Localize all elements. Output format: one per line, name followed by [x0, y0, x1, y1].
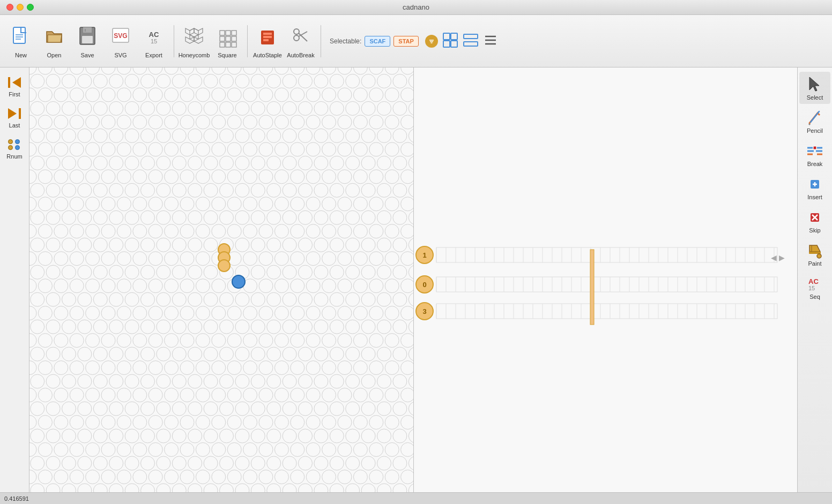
break-tool[interactable]: Break — [799, 138, 830, 170]
maximize-button[interactable] — [27, 4, 34, 11]
svg-point-954 — [93, 484, 107, 492]
svg-point-157 — [322, 88, 336, 102]
new-label: New — [15, 52, 27, 58]
svg-point-309 — [70, 170, 84, 184]
export-button[interactable]: AC 15 Export — [138, 20, 169, 63]
svg-point-750 — [408, 374, 413, 388]
close-button[interactable] — [6, 4, 13, 11]
seq-tool[interactable]: AC 15 Seq — [799, 271, 830, 303]
stap-button[interactable]: STAP — [393, 36, 419, 47]
svg-point-448 — [62, 238, 76, 252]
svg-point-287 — [172, 156, 186, 170]
svg-point-802 — [346, 402, 360, 416]
svg-point-629 — [267, 320, 281, 334]
select-tool[interactable]: Select — [799, 72, 830, 104]
svg-point-261 — [196, 142, 210, 156]
minimize-button[interactable] — [17, 4, 24, 11]
svg-point-757 — [70, 388, 84, 402]
save-button[interactable]: Save — [72, 20, 103, 63]
svg-point-460 — [251, 238, 265, 252]
insert-tool[interactable]: Insert — [799, 171, 830, 204]
svg-point-105 — [385, 67, 399, 74]
paint-tool[interactable]: Paint — [799, 238, 830, 270]
svg-point-958 — [157, 484, 170, 492]
last-button[interactable]: Last — [4, 103, 25, 131]
honeycomb-canvas[interactable] — [29, 67, 414, 492]
last-label: Last — [9, 122, 20, 129]
new-button[interactable]: New — [5, 20, 36, 63]
svg-point-188 — [377, 101, 391, 115]
svg-point-379 — [291, 197, 304, 211]
svg-point-419 — [38, 224, 52, 238]
svg-point-112 — [62, 74, 76, 88]
scaf-button[interactable]: SCAF — [365, 36, 390, 47]
svg-point-815 — [101, 415, 115, 429]
pencil-tool[interactable]: Pencil — [799, 105, 830, 137]
svg-point-683 — [235, 347, 249, 361]
svg-point-461 — [267, 238, 281, 252]
svg-point-434 — [274, 224, 288, 238]
svg-point-456 — [188, 238, 202, 252]
svg-point-374 — [212, 197, 226, 211]
svg-icon: SVG — [110, 24, 131, 51]
svg-point-675 — [109, 347, 123, 361]
svg-point-348 — [251, 183, 265, 197]
svg-point-111 — [46, 74, 60, 88]
svg-point-281 — [78, 156, 92, 170]
svg-point-170 — [93, 101, 107, 115]
first-button[interactable]: First — [4, 72, 25, 100]
svg-point-394 — [93, 210, 107, 224]
svg-point-862 — [408, 429, 413, 443]
svg-point-373 — [196, 197, 210, 211]
svg-point-755 — [38, 388, 52, 402]
honeycomb-button[interactable]: Honeycomb — [179, 20, 210, 63]
svg-point-940 — [306, 470, 320, 484]
svg-point-345 — [204, 183, 218, 197]
svg-point-526 — [408, 265, 413, 279]
svg-point-452 — [125, 238, 139, 252]
svg-point-337 — [78, 183, 92, 197]
autobreak-button[interactable]: AutoBreak — [285, 20, 316, 63]
svg-point-565 — [141, 292, 155, 306]
svg-point-169 — [78, 101, 92, 115]
svg-point-878 — [212, 442, 226, 456]
svg-point-595 — [165, 306, 179, 320]
svg-point-479 — [101, 252, 115, 266]
filter-icon[interactable] — [425, 35, 438, 48]
path-view[interactable]: 103 ◀ ▶ — [414, 67, 798, 492]
svg-point-756 — [54, 388, 68, 402]
svg-point-907 — [235, 456, 249, 470]
svg-point-180 — [251, 101, 265, 115]
svg-rect-18 — [220, 31, 225, 35]
skip-tool[interactable]: Skip — [799, 205, 830, 237]
svg-point-426 — [148, 224, 162, 238]
svg-point-172 — [125, 101, 139, 115]
svg-point-118 — [157, 74, 170, 88]
svg-point-508 — [125, 265, 139, 279]
svg-point-850 — [220, 429, 234, 443]
open-button[interactable]: Open — [39, 20, 70, 63]
grid-view-icon[interactable] — [442, 32, 458, 50]
svg-point-859 — [361, 429, 375, 443]
svg-point-378 — [274, 197, 288, 211]
svg-point-110 — [31, 74, 44, 88]
svg-point-573 — [267, 292, 281, 306]
svg-point-143 — [101, 88, 115, 102]
svg-point-511 — [172, 265, 186, 279]
rnum-button[interactable]: Rnum — [4, 134, 25, 162]
menu-icon[interactable] — [483, 33, 498, 50]
svg-button[interactable]: SVG SVG — [105, 20, 136, 63]
svg-point-279 — [46, 156, 60, 170]
svg-point-885 — [322, 442, 336, 456]
svg-point-376 — [243, 197, 257, 211]
skip-icon — [805, 208, 824, 227]
square-button[interactable]: Square — [212, 20, 243, 63]
svg-point-742 — [283, 374, 296, 388]
svg-point-643 — [38, 334, 52, 348]
svg-point-673 — [78, 347, 92, 361]
svg-text:1: 1 — [422, 251, 426, 259]
path-view-icon[interactable] — [463, 32, 479, 50]
autostaple-button[interactable]: AutoStaple — [252, 20, 283, 63]
first-label: First — [9, 91, 20, 97]
svg-point-689 — [330, 347, 344, 361]
